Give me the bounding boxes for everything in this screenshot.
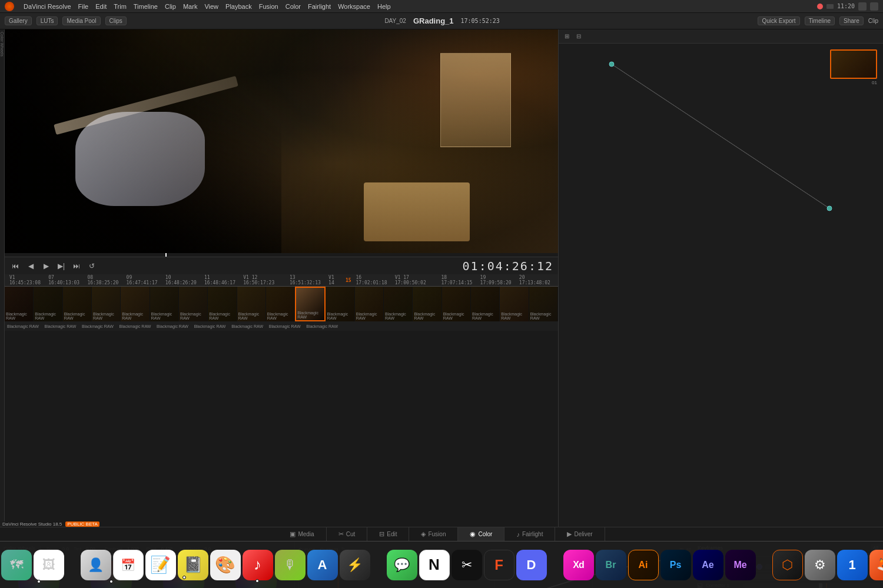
figma-icon: F bbox=[494, 557, 503, 573]
clip-18[interactable]: Blackmagic RAW bbox=[500, 287, 529, 321]
podcasts-icon: 🎙 bbox=[284, 557, 297, 573]
capcut-icon: ✂ bbox=[462, 557, 472, 573]
maps-app[interactable]: 🗺 bbox=[1, 550, 32, 580]
xd-app[interactable]: Xd bbox=[563, 550, 594, 580]
quick-export-button[interactable]: Quick Export bbox=[758, 16, 799, 25]
tab-fairlight[interactable]: ♪ Fairlight bbox=[504, 527, 555, 541]
menu-view[interactable]: View bbox=[204, 3, 218, 10]
photos-app[interactable]: 🖼 bbox=[34, 550, 64, 580]
contacts-app[interactable]: 👤 bbox=[81, 550, 111, 580]
skip-start-button[interactable]: ⏮ bbox=[9, 260, 21, 272]
video-preview: ⏮ ◀ ▶ ▶| ⏭ ↺ 01:04:26:12 bbox=[5, 29, 558, 274]
bridge-app[interactable]: Br bbox=[596, 550, 626, 580]
play-button[interactable]: ▶ bbox=[40, 260, 52, 272]
reminders-app[interactable]: 📝 bbox=[145, 550, 176, 580]
clip-5[interactable]: Blackmagic RAW bbox=[121, 287, 150, 321]
menu-trim[interactable]: Trim bbox=[114, 3, 127, 10]
svg-line-1 bbox=[612, 64, 829, 208]
clip-7[interactable]: Blackmagic RAW bbox=[179, 287, 208, 321]
media-encoder-app[interactable]: Me bbox=[725, 550, 756, 580]
one-password-app[interactable]: 1 bbox=[837, 550, 868, 580]
clip-17[interactable]: Blackmagic RAW bbox=[471, 287, 500, 321]
scrub-bar[interactable] bbox=[5, 253, 558, 257]
clip-15[interactable]: Blackmagic RAW bbox=[413, 287, 442, 321]
node-tool-2[interactable]: ⊟ bbox=[574, 32, 583, 41]
freeform-app[interactable]: 🎨 bbox=[210, 550, 241, 580]
loop-button[interactable]: ↺ bbox=[86, 260, 98, 272]
music-app[interactable]: ♪ bbox=[243, 550, 273, 580]
toolbar-timecode: 17:05:52:23 bbox=[461, 18, 500, 24]
timeline-button[interactable]: Timeline bbox=[805, 16, 835, 25]
bridge-icon: Br bbox=[606, 560, 616, 570]
clip-2[interactable]: Blackmagic RAW bbox=[34, 287, 62, 321]
messages-app[interactable]: 💬 bbox=[387, 550, 417, 580]
menu-mark[interactable]: Mark bbox=[183, 3, 197, 10]
clip-17-label: Blackmagic RAW bbox=[472, 312, 499, 320]
system-prefs-app[interactable]: ⚙ bbox=[805, 550, 835, 580]
menu-help[interactable]: Help bbox=[377, 3, 391, 10]
appstore-app[interactable]: A bbox=[307, 550, 338, 580]
davinci-app[interactable]: ⬡ bbox=[772, 550, 803, 580]
clip-12[interactable]: Blackmagic RAW bbox=[326, 287, 354, 321]
clip-1[interactable]: Blackmagic RAW bbox=[5, 287, 34, 321]
clip-16[interactable]: Blackmagic RAW bbox=[442, 287, 471, 321]
clip-8[interactable]: Blackmagic RAW bbox=[208, 287, 237, 321]
tab-media[interactable]: ▣ Media bbox=[278, 527, 326, 541]
tab-edit[interactable]: ⊟ Edit bbox=[367, 527, 409, 541]
color-icon: ◉ bbox=[470, 530, 476, 538]
photoshop-app[interactable]: Ps bbox=[660, 550, 691, 580]
figma-app[interactable]: F bbox=[484, 550, 514, 580]
calendar-icon: 📅 bbox=[121, 558, 135, 572]
notion-app[interactable]: N bbox=[419, 550, 450, 580]
clip-13[interactable]: Blackmagic RAW bbox=[355, 287, 384, 321]
system-time: 11:20 bbox=[837, 3, 855, 9]
clip-4[interactable]: Blackmagic RAW bbox=[92, 287, 121, 321]
clip-19[interactable]: Blackmagic RAW bbox=[529, 287, 558, 321]
share-button[interactable]: Share bbox=[839, 16, 864, 25]
clip-11-active[interactable]: Blackmagic RAW bbox=[295, 287, 326, 321]
menu-color[interactable]: Color bbox=[286, 3, 301, 10]
ae-app[interactable]: Ae bbox=[693, 550, 723, 580]
tab-cut[interactable]: ✂ Cut bbox=[327, 527, 368, 541]
clip-14[interactable]: Blackmagic RAW bbox=[384, 287, 413, 321]
tab-deliver[interactable]: ▶ Deliver bbox=[555, 527, 605, 541]
tab-color[interactable]: ◉ Color bbox=[458, 527, 504, 541]
discord-app[interactable]: D bbox=[516, 550, 547, 580]
menu-playback[interactable]: Playback bbox=[225, 3, 252, 10]
video-timeline-column: ⏮ ◀ ▶ ▶| ⏭ ↺ 01:04:26:12 V1 16:45:23:08 … bbox=[5, 29, 558, 541]
illustrator-app[interactable]: Ai bbox=[628, 550, 659, 580]
clip-3[interactable]: Blackmagic RAW bbox=[63, 287, 92, 321]
podcasts-app[interactable]: 🎙 bbox=[275, 550, 306, 580]
ruler-mark-7: 13 16:51:32:13 bbox=[287, 275, 326, 285]
menu-davinci[interactable]: DaVinci Resolve bbox=[24, 3, 71, 10]
shortcuts-app[interactable]: ⚡ bbox=[340, 550, 370, 580]
clip-10[interactable]: Blackmagic RAW bbox=[266, 287, 295, 321]
menu-fusion[interactable]: Fusion bbox=[259, 3, 278, 10]
clip-9[interactable]: Blackmagic RAW bbox=[237, 287, 266, 321]
clips-button[interactable]: Clips bbox=[105, 16, 127, 25]
clip-6[interactable]: Blackmagic RAW bbox=[150, 287, 179, 321]
gallery-button[interactable]: Gallery bbox=[5, 16, 32, 25]
calendar-app[interactable]: 📅 bbox=[113, 550, 144, 580]
shortcuts-icon: ⚡ bbox=[347, 557, 363, 573]
menu-workspace[interactable]: Workspace bbox=[338, 3, 370, 10]
capcut-app[interactable]: ✂ bbox=[452, 550, 482, 580]
menu-fairlight[interactable]: Fairlight bbox=[308, 3, 331, 10]
media-pool-button[interactable]: Media Pool bbox=[62, 16, 100, 25]
luts-button[interactable]: LUTs bbox=[36, 16, 58, 25]
node-thumbnail[interactable] bbox=[830, 49, 877, 79]
menu-file[interactable]: File bbox=[78, 3, 89, 10]
fairlight-icon: ♪ bbox=[516, 531, 520, 538]
next-frame-button[interactable]: ▶| bbox=[55, 260, 67, 272]
menu-edit[interactable]: Edit bbox=[95, 3, 107, 10]
skip-end-button[interactable]: ⏭ bbox=[71, 260, 82, 272]
prev-frame-button[interactable]: ◀ bbox=[25, 260, 36, 272]
firefox-app[interactable]: 🦊 bbox=[869, 550, 884, 580]
node-tool-1[interactable]: ⊞ bbox=[562, 32, 572, 41]
workflow-tabs: ▣ Media ✂ Cut ⊟ Edit ◈ Fusion ◉ Color ♪ … bbox=[0, 527, 883, 541]
dock-adobe-apps: Xd Br Ai Ps Ae Me bbox=[559, 550, 761, 580]
menu-clip[interactable]: Clip bbox=[165, 3, 176, 10]
menu-timeline[interactable]: Timeline bbox=[134, 3, 158, 10]
tab-fusion[interactable]: ◈ Fusion bbox=[409, 527, 458, 541]
notes-app[interactable]: 📓 bbox=[178, 550, 208, 580]
